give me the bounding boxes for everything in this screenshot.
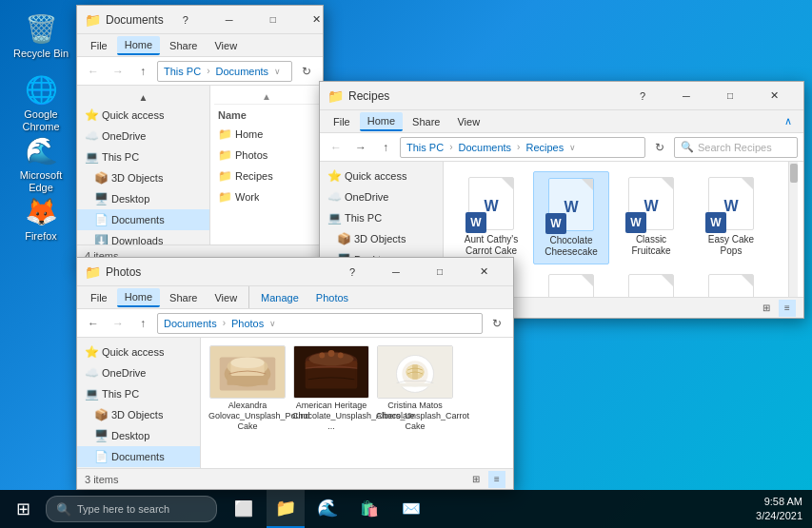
file-nanas-pound-cake[interactable]: W W Nana's Pound Cake [613,268,689,297]
sidebar-this-pc[interactable]: 💻 This PC [77,147,209,167]
recipes-tab-view[interactable]: View [449,112,487,131]
photos-tab-share[interactable]: Share [162,288,205,307]
photos-sidebar-quick-access[interactable]: ⭐ Quick access [77,342,200,362]
file-photos-folder[interactable]: 📁 Photos [214,145,319,166]
sidebar-3d-objects[interactable]: 📦 3D Objects [77,167,209,188]
documents-minimize-btn[interactable]: ─ [208,6,251,34]
recipes-sidebar-this-pc[interactable]: 💻 This PC [320,207,443,228]
photos-minimize-btn[interactable]: ─ [374,258,418,286]
path-this-pc-recipes[interactable]: This PC [406,142,444,153]
documents-forward-btn[interactable]: → [108,61,129,82]
file-home-folder[interactable]: 📁 Home [214,124,319,145]
sidebar-quick-access[interactable]: ⭐ Quick access [77,105,209,126]
photos-close-btn[interactable]: ✕ [462,258,505,286]
recipes-forward-btn[interactable]: → [350,137,371,158]
file-jeremys-cheesecake[interactable]: W W Jeremy's Low-Fat Cheesecake [533,268,609,297]
recipes-back-btn[interactable]: ← [326,137,347,158]
file-chocolate-cheesecake[interactable]: W W Chocolate Cheesecake [533,171,609,264]
recipes-sidebar-quick-access[interactable]: ⭐ Quick access [320,166,443,186]
photo-cristina-matos[interactable]: Cristina Matos Albers_Unsplash_Carrot Ca… [376,345,454,431]
recipes-expand-ribbon-btn[interactable]: ∧ [779,112,798,131]
recipes-grid-view-btn[interactable]: ⊞ [758,300,775,317]
desktop-icon-edge[interactable]: 🌊 Microsoft Edge [8,129,74,198]
file-classic-fruitcake[interactable]: W W Classic Fruitcake [613,171,689,264]
taskbar-task-view-btn[interactable]: ⬜ [225,490,263,528]
file-triple-chocolate[interactable]: W W Triple Chocolate Cake [693,268,769,297]
recipes-up-btn[interactable]: ↑ [375,137,396,158]
documents-help-btn[interactable]: ? [164,6,208,34]
path-photos[interactable]: Photos [231,318,264,329]
photos-tab-view[interactable]: View [207,288,245,307]
photos-sidebar-documents[interactable]: 📄 Documents [77,446,200,467]
desktop-icon-recycle-bin[interactable]: 🗑️ Recycle Bin [8,8,74,64]
documents-back-btn[interactable]: ← [83,61,104,82]
documents-sidebar-scroll-up[interactable]: ▲ [77,89,209,105]
photos-grid-view-btn[interactable]: ⊞ [467,471,485,488]
file-work-folder[interactable]: 📁 Work [214,186,319,207]
recipes-scrollbar[interactable] [788,162,798,297]
start-button[interactable]: ⊞ [0,490,46,528]
recipes-minimize-btn[interactable]: ─ [664,82,708,110]
photos-tab-home[interactable]: Home [117,288,160,307]
path-documents-photos[interactable]: Documents [164,318,217,329]
recipes-address-path[interactable]: This PC › Documents › Recipes ∨ [400,137,645,158]
recipes-sidebar-3d-objects[interactable]: 📦 3D Objects [320,228,443,249]
desktop-icon-firefox[interactable]: 🦊 Firefox [8,190,74,246]
photos-sidebar-desktop[interactable]: 🖥️ Desktop [77,425,200,446]
recipes-list-view-btn[interactable]: ≡ [779,300,796,317]
photos-up-btn[interactable]: ↑ [132,313,153,334]
file-easy-cake-pops[interactable]: W W Easy Cake Pops [693,171,769,264]
documents-tab-home[interactable]: Home [117,36,160,55]
documents-address-path[interactable]: This PC › Documents ∨ [157,61,292,82]
documents-close-btn[interactable]: ✕ [295,6,339,34]
desktop-icon-chrome[interactable]: 🌐 Google Chrome [8,68,74,137]
files-scroll-up[interactable]: ▲ [214,89,319,105]
photos-help-btn[interactable]: ? [330,258,374,286]
photos-forward-btn[interactable]: → [108,313,129,334]
photo-alexandra-golovac[interactable]: Alexandra Golovac_Unsplash_Pound Cake [208,345,287,431]
documents-tab-share[interactable]: Share [162,36,205,55]
path-this-pc[interactable]: This PC [164,66,201,77]
recipes-refresh-btn[interactable]: ↻ [649,137,670,158]
documents-maximize-btn[interactable]: □ [251,6,295,34]
documents-refresh-btn[interactable]: ↻ [296,61,317,82]
photo-american-heritage[interactable]: American Heritage Chocolate_Unsplash_Cho… [292,345,370,431]
path-recipes[interactable]: Recipes [525,142,564,153]
recipes-search-box[interactable]: 🔍 Search Recipes [674,137,798,158]
documents-up-btn[interactable]: ↑ [132,61,153,82]
photos-sidebar-onedrive[interactable]: ☁️ OneDrive [77,362,200,383]
taskbar-explorer-btn[interactable]: 📁 [267,490,305,528]
photos-refresh-btn[interactable]: ↻ [486,313,507,334]
taskbar-search-box[interactable]: 🔍 Type here to search [46,496,217,522]
taskbar-store-btn[interactable]: 🛍️ [350,490,388,528]
recipes-maximize-btn[interactable]: □ [708,82,752,110]
recipes-tab-home[interactable]: Home [360,112,403,131]
recipes-tab-share[interactable]: Share [405,112,447,131]
recipes-sidebar-onedrive[interactable]: ☁️ OneDrive [320,186,443,207]
sidebar-documents[interactable]: 📄 Documents [77,209,209,230]
photos-tab-photos[interactable]: Photos [308,288,356,307]
path-documents-recipes[interactable]: Documents [458,142,511,153]
recipes-tab-file[interactable]: File [326,112,358,131]
recipes-help-btn[interactable]: ? [621,82,664,110]
photos-back-btn[interactable]: ← [83,313,104,334]
photos-address-path[interactable]: Documents › Photos ∨ [157,313,483,334]
documents-tab-file[interactable]: File [83,36,115,55]
path-documents[interactable]: Documents [215,66,268,77]
photos-tab-manage[interactable]: Manage [253,288,307,307]
photos-maximize-btn[interactable]: □ [418,258,462,286]
file-aunt-cathy[interactable]: W W Aunt Cathy's Carrot Cake [453,171,529,264]
photos-sidebar-this-pc[interactable]: 💻 This PC [77,383,200,404]
sidebar-downloads[interactable]: ⬇️ Downloads [77,230,209,244]
taskbar-edge-btn[interactable]: 🌊 [308,490,347,528]
photos-list-view-btn[interactable]: ≡ [488,471,505,488]
photos-sidebar-3d-objects[interactable]: 📦 3D Objects [77,404,200,425]
photos-tab-file[interactable]: File [83,288,115,307]
taskbar-mail-btn[interactable]: ✉️ [392,490,430,528]
recipes-scrollbar-thumb[interactable] [790,164,798,183]
documents-tab-view[interactable]: View [207,36,245,55]
sidebar-onedrive[interactable]: ☁️ OneDrive [77,126,209,147]
recipes-close-btn[interactable]: ✕ [752,82,796,110]
sidebar-desktop[interactable]: 🖥️ Desktop [77,188,209,209]
file-recipes-folder[interactable]: 📁 Recipes [214,166,319,186]
